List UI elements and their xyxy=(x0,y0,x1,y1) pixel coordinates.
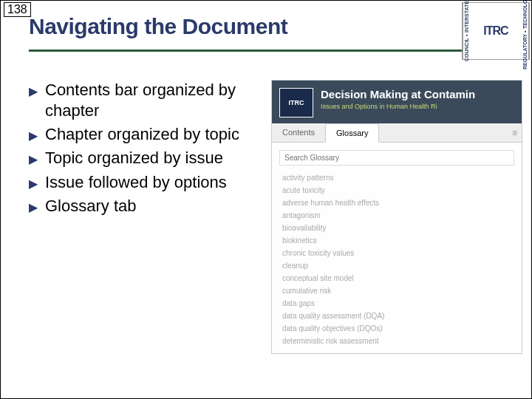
glossary-item[interactable]: data gaps xyxy=(282,297,511,310)
bullet-item: ▶Topic organized by issue xyxy=(29,148,265,168)
logo-center-text: ITRC xyxy=(470,3,522,59)
glossary-item[interactable]: cumulative risk xyxy=(282,284,511,297)
glossary-item[interactable]: data quality objectives (DQOs) xyxy=(282,322,511,335)
glossary-item[interactable]: cleanup xyxy=(282,259,511,272)
bullet-item: ▶Issue followed by options xyxy=(29,172,265,193)
hamburger-icon[interactable]: ≡ xyxy=(512,128,517,138)
glossary-item[interactable]: adverse human health effects xyxy=(282,197,511,209)
triangle-icon: ▶ xyxy=(29,177,38,191)
itrc-logo: COUNCIL • INTERSTATE ITRC REGULATORY • T… xyxy=(462,2,530,60)
embedded-screenshot: ITRC Decision Making at Contamin Issues … xyxy=(271,80,522,354)
tab-contents[interactable]: Contents xyxy=(272,123,325,142)
glossary-item[interactable]: acute toxicity xyxy=(282,184,511,197)
screenshot-title: Decision Making at Contamin xyxy=(321,88,475,101)
search-input[interactable] xyxy=(279,150,514,166)
glossary-item[interactable]: bioavailability xyxy=(282,222,511,234)
glossary-item[interactable]: activity patterns xyxy=(282,171,511,184)
slide-header: Navigating the Document COUNCIL • INTERS… xyxy=(1,1,531,39)
triangle-icon: ▶ xyxy=(29,200,38,215)
slide-title: Navigating the Document xyxy=(29,14,531,39)
bullet-list: ▶Contents bar organized by chapter ▶Chap… xyxy=(29,80,265,354)
glossary-item[interactable]: deterministic risk assessment xyxy=(282,335,511,347)
slide-content: ▶Contents bar organized by chapter ▶Chap… xyxy=(1,52,531,354)
triangle-icon: ▶ xyxy=(29,84,38,99)
logo-left-text: COUNCIL • INTERSTATE xyxy=(463,3,470,59)
glossary-item[interactable]: data quality assessment (DQA) xyxy=(282,310,511,322)
bullet-item: ▶Contents bar organized by chapter xyxy=(29,80,265,121)
bullet-item: ▶Chapter organized by topic xyxy=(29,124,265,145)
screenshot-logo: ITRC xyxy=(279,88,313,117)
glossary-item[interactable]: conceptual site model xyxy=(282,272,511,284)
bullet-item: ▶Glossary tab xyxy=(29,196,265,216)
tab-glossary[interactable]: Glossary xyxy=(325,123,379,143)
page-number: 138 xyxy=(4,2,31,17)
glossary-list: activity patterns acute toxicity adverse… xyxy=(272,170,522,353)
screenshot-header: ITRC Decision Making at Contamin Issues … xyxy=(272,81,522,123)
glossary-item[interactable]: chronic toxicity values xyxy=(282,247,511,259)
screenshot-subtitle: Issues and Options in Human Health Ri xyxy=(321,103,475,110)
triangle-icon: ▶ xyxy=(29,129,38,143)
glossary-item[interactable]: antagonism xyxy=(282,209,511,222)
triangle-icon: ▶ xyxy=(29,152,38,167)
search-container xyxy=(279,150,514,166)
screenshot-tabs: Contents Glossary ≡ xyxy=(272,123,522,143)
glossary-item[interactable]: biokinetics xyxy=(282,234,511,247)
logo-right-text: REGULATORY • TECHNOLOGY xyxy=(522,3,529,59)
